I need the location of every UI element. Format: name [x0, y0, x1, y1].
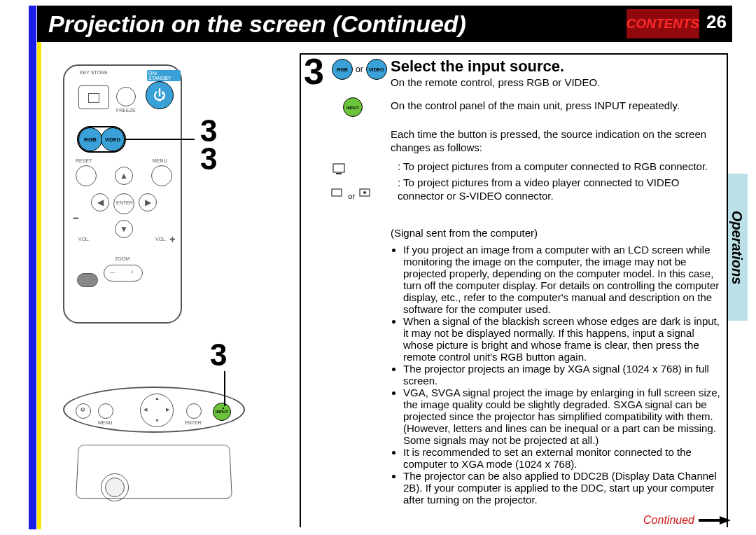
callout-vstub — [223, 408, 224, 409]
note-item: The projector can be also applied to DDC… — [403, 470, 722, 506]
note-item: VGA, SVGA signal project the image by en… — [403, 387, 722, 446]
signal-note: (Signal sent from the computer) — [391, 226, 538, 239]
panel-menu — [98, 403, 113, 419]
label-mute: MUTE — [78, 266, 92, 271]
standby-button: ⏻ — [146, 81, 174, 109]
reset-button — [76, 165, 97, 186]
section-tab-label: Operations — [729, 210, 746, 284]
contents-button[interactable]: CONTENTS — [626, 9, 699, 39]
panel-enter-label: ENTER — [185, 420, 202, 425]
panel-power: ⏻ — [76, 403, 91, 419]
panel-instruction-text: On the control panel of the main unit, p… — [391, 99, 721, 112]
label-zoom: ZOOM — [115, 256, 130, 261]
enter-button — [113, 193, 134, 214]
svg-rect-1 — [336, 173, 342, 174]
freeze-button — [116, 87, 136, 106]
video-icons-row: or — [330, 186, 372, 201]
label-keystone: KEY STONE — [80, 70, 108, 75]
projector-lens — [105, 478, 125, 497]
input-icon-inline: INPUT — [343, 97, 363, 117]
callout-line-remote — [125, 139, 195, 140]
note-item: If you project an image from a computer … — [403, 244, 722, 315]
panel-enter — [186, 403, 202, 419]
video-icon: VIDEO — [366, 59, 387, 80]
menu-button — [151, 165, 172, 186]
label-vol-r: VOL. — [155, 237, 167, 242]
panel-menu-label: MENU — [98, 420, 113, 425]
step-title: Select the input source. — [391, 57, 564, 76]
svg-point-4 — [363, 191, 366, 194]
mute-button — [77, 273, 98, 287]
callout-remote-2: 3 — [200, 141, 217, 176]
section-tab-operations[interactable]: Operations — [727, 174, 748, 321]
or-label-2: or — [348, 192, 355, 200]
rgb-button: RGB — [78, 127, 102, 151]
note-item: When a signal of the blackish screen who… — [403, 315, 722, 363]
bullet-rgb: : To project pictures from a computer co… — [398, 160, 724, 173]
label-vol-l: VOL. — [78, 237, 90, 242]
svg-rect-0 — [333, 164, 344, 172]
callout-line-proj — [224, 371, 225, 406]
notes-list: If you project an image from a computer … — [391, 244, 722, 506]
rgb-icon: RGB — [332, 59, 353, 80]
continued-label: Continued — [643, 514, 694, 527]
projector-top-panel: ⏻ MENU ▲ ◀ ▶ ▼ ENTER INPUT — [63, 387, 245, 433]
page-title: Projection on the screen (Continued) — [48, 11, 466, 38]
or-label-1: or — [356, 64, 363, 74]
decorative-yellow-bar — [37, 6, 41, 529]
step-header: 3 RGB or VIDEO Select the input source. … — [301, 55, 727, 88]
page-number: 26 — [706, 11, 727, 33]
dpad-right: ▶ — [139, 193, 157, 211]
remote-illustration: KEY STONE ON/ STANDBY FREEZE ⏻ RGB VIDEO… — [63, 64, 196, 327]
label-standby: ON/ STANDBY — [147, 70, 181, 81]
step-subtitle: On the remote control, press RGB or VIDE… — [391, 76, 600, 89]
source-icon-bullets: : To project pictures from a computer co… — [332, 160, 724, 203]
step-box: 3 RGB or VIDEO Select the input source. … — [300, 53, 728, 527]
continued-arrow-icon — [699, 515, 731, 525]
each-time-text: Each time the button is pressed, the sou… — [391, 127, 722, 154]
svg-rect-2 — [332, 189, 342, 196]
svg-marker-5 — [699, 516, 731, 524]
panel-dpad: ▲ ◀ ▶ ▼ — [140, 394, 174, 427]
step-number: 3 — [304, 50, 324, 92]
decorative-blue-bar — [29, 6, 36, 529]
bullet-video: : To project pictures from a video playe… — [398, 176, 724, 202]
callout-projector: 3 — [210, 338, 227, 373]
step-icons: RGB or VIDEO — [332, 59, 387, 80]
projector-shell — [76, 445, 232, 499]
keystone-button — [78, 85, 109, 109]
video-button: VIDEO — [101, 127, 125, 151]
remote-body: KEY STONE ON/ STANDBY FREEZE ⏻ RGB VIDEO… — [63, 64, 182, 324]
note-item: It is recommended to set an external mon… — [403, 446, 722, 470]
projector-body — [77, 441, 231, 511]
dpad-up: ▲ — [115, 167, 133, 185]
dpad-down: ▼ — [115, 220, 133, 238]
label-reset: RESET — [76, 158, 92, 163]
computer-icon — [332, 162, 347, 179]
zoom-rocker: —+ — [104, 265, 143, 282]
panel-instruction-row: INPUT On the control panel of the main u… — [343, 99, 721, 112]
panel-input-button: INPUT — [213, 403, 231, 421]
dpad-left: ◀ — [91, 193, 109, 211]
note-item: The projector projects an image by XGA s… — [403, 363, 722, 387]
label-menu: MENU — [153, 158, 167, 163]
label-freeze: FREEZE — [116, 108, 136, 113]
